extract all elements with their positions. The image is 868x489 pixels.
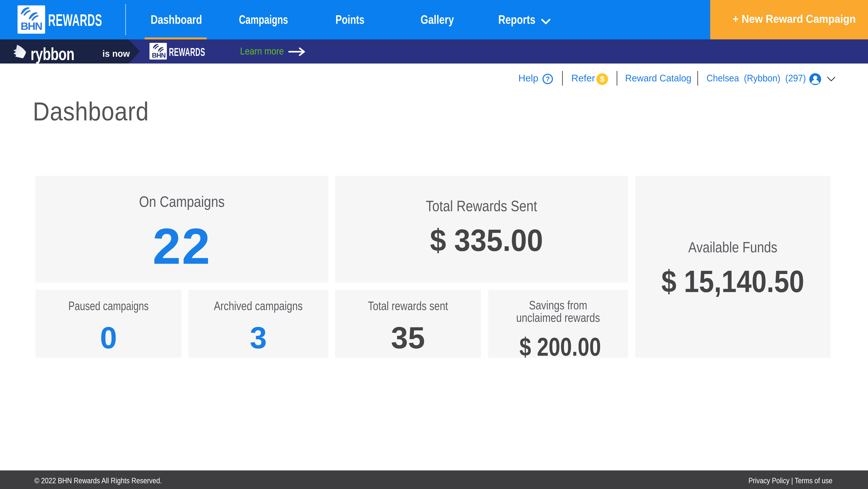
svg-text:BHN: BHN — [152, 52, 166, 59]
svg-text:?: ? — [546, 75, 550, 83]
svg-text:BHN: BHN — [21, 20, 42, 32]
svg-text:$: $ — [600, 75, 604, 84]
